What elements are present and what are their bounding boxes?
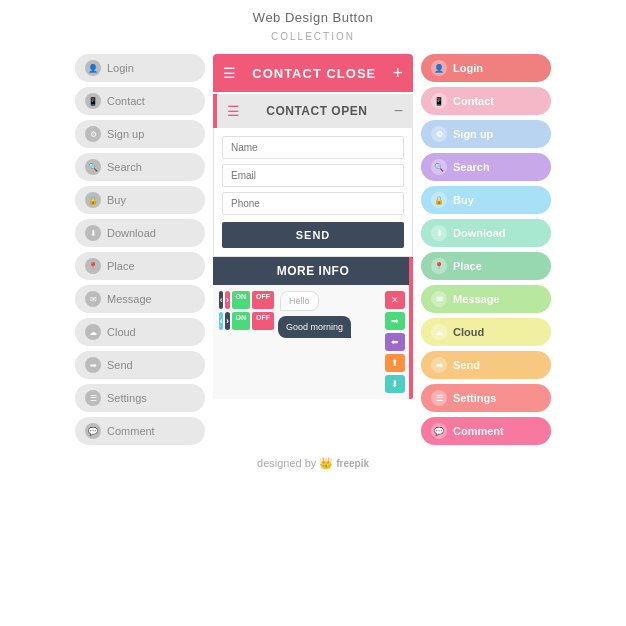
more-info-panel: MORE INFO ‹ › ON OFF ‹ › ON OFF [213,257,413,399]
place-icon: 📍 [85,258,101,274]
list-item[interactable]: 🔍 Search [75,153,205,181]
list-item[interactable]: ➡ Send [75,351,205,379]
btn-label: Contact [107,95,145,107]
phone-input[interactable] [222,192,404,215]
side-btn-left[interactable]: ⬅ [385,333,405,351]
send-button[interactable]: SEND [222,222,404,248]
btn-label: Comment [107,425,155,437]
btn-label: Buy [453,194,474,206]
list-item[interactable]: 💬 Comment [75,417,205,445]
footer: designed by 👑 freepik [0,457,626,470]
toggle-off[interactable]: OFF [252,291,274,309]
list-item[interactable]: ➡ Send [421,351,551,379]
list-item[interactable]: ⚙ Sign up [421,120,551,148]
list-item[interactable]: 📍 Place [421,252,551,280]
contact-close-title: CONTACT CLOSE [252,66,376,81]
open-menu-icon: ☰ [227,103,240,119]
name-input[interactable] [222,136,404,159]
contact-form: SEND [213,128,413,257]
list-item[interactable]: ☁ Cloud [75,318,205,346]
toggle-on-2[interactable]: ON [232,312,251,330]
nav-right-btn-2[interactable]: › [225,312,229,330]
contact-open-bar[interactable]: ☰ CONTACT OPEN − [213,94,413,128]
message-icon: ✉ [431,291,447,307]
list-item[interactable]: ✉ Message [75,285,205,313]
nav-row-1: ‹ › ON OFF [219,291,274,309]
right-button-list: 👤 Login 📱 Contact ⚙ Sign up 🔍 Search 🔒 B… [421,54,551,445]
list-item[interactable]: ⚙ Sign up [75,120,205,148]
list-item[interactable]: 🔒 Buy [75,186,205,214]
minus-icon: − [394,102,403,120]
btn-label: Place [107,260,135,272]
list-item[interactable]: 🔍 Search [421,153,551,181]
side-btn-down[interactable]: ⬇ [385,375,405,393]
left-button-list: 👤 Login 📱 Contact ⚙ Sign up 🔍 Search 🔒 B… [75,54,205,445]
page-subtitle: COLLECTION [0,31,626,42]
list-item[interactable]: 👤 Login [75,54,205,82]
btn-label: Buy [107,194,126,206]
list-item[interactable]: 💬 Comment [421,417,551,445]
nav-left-btn[interactable]: ‹ [219,291,223,309]
more-info-header: MORE INFO [213,257,413,285]
user-icon: 👤 [85,60,101,76]
search-icon: 🔍 [431,159,447,175]
nav-right-btn[interactable]: › [225,291,229,309]
side-btn-close[interactable]: ✕ [385,291,405,309]
cloud-icon: ☁ [431,324,447,340]
gear-icon: ⚙ [85,126,101,142]
list-item[interactable]: 📍 Place [75,252,205,280]
email-input[interactable] [222,164,404,187]
btn-label: Search [453,161,490,173]
more-info-body: ‹ › ON OFF ‹ › ON OFF Hello Good mo [213,285,413,399]
place-icon: 📍 [431,258,447,274]
download-icon: ⬇ [431,225,447,241]
btn-label: Cloud [453,326,484,338]
list-item[interactable]: ⬇ Download [75,219,205,247]
phone-icon: 📱 [85,93,101,109]
btn-label: Login [107,62,134,74]
btn-label: Settings [453,392,496,404]
main-layout: 👤 Login 📱 Contact ⚙ Sign up 🔍 Search 🔒 B… [0,54,626,445]
side-btn-right[interactable]: ➡ [385,312,405,330]
list-item[interactable]: ✉ Message [421,285,551,313]
red-bar [409,257,413,399]
btn-label: Login [453,62,483,74]
list-item[interactable]: ☁ Cloud [421,318,551,346]
close-plus-icon: + [392,63,403,84]
footer-brand: freepik [336,458,369,469]
crown-icon: 👑 [319,457,336,469]
chat-bubble-hello: Hello [280,291,319,311]
side-btn-up[interactable]: ⬆ [385,354,405,372]
settings-icon: ☰ [85,390,101,406]
list-item[interactable]: ☰ Settings [421,384,551,412]
list-item[interactable]: 👤 Login [421,54,551,82]
toggle-on[interactable]: ON [232,291,251,309]
btn-label: Message [453,293,499,305]
btn-label: Download [107,227,156,239]
btn-label: Cloud [107,326,136,338]
message-icon: ✉ [85,291,101,307]
nav-left-btn-2[interactable]: ‹ [219,312,223,330]
lock-icon: 🔒 [431,192,447,208]
btn-label: Sign up [107,128,144,140]
send-icon: ➡ [431,357,447,373]
list-item[interactable]: 📱 Contact [421,87,551,115]
nav-row-2: ‹ › ON OFF [219,312,274,330]
lock-icon: 🔒 [85,192,101,208]
toggle-off-2[interactable]: OFF [252,312,274,330]
btn-label: Settings [107,392,147,404]
list-item[interactable]: 🔒 Buy [421,186,551,214]
contact-close-bar[interactable]: ☰ CONTACT CLOSE + [213,54,413,92]
list-item[interactable]: 📱 Contact [75,87,205,115]
footer-text: designed by [257,457,316,469]
btn-label: Send [107,359,133,371]
btn-label: Comment [453,425,504,437]
btn-label: Download [453,227,506,239]
search-icon: 🔍 [85,159,101,175]
btn-label: Message [107,293,152,305]
settings-icon: ☰ [431,390,447,406]
list-item[interactable]: ☰ Settings [75,384,205,412]
list-item[interactable]: ⬇ Download [421,219,551,247]
download-icon: ⬇ [85,225,101,241]
send-icon: ➡ [85,357,101,373]
